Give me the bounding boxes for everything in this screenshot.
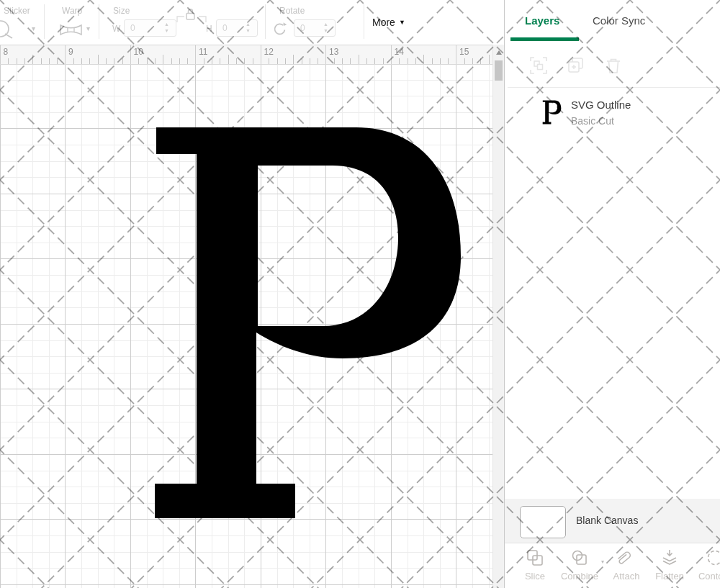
active-tab-underline <box>510 37 579 41</box>
size-section-label: Size <box>113 6 130 16</box>
ruler-number: 14 <box>395 47 404 57</box>
tab-color-sync[interactable]: Color Sync <box>593 14 645 27</box>
height-field-label: H <box>206 24 212 34</box>
slice-button[interactable]: Slice <box>515 548 555 582</box>
ruler-number: 12 <box>264 47 274 57</box>
stepper-up-icon[interactable]: ▲ <box>164 21 169 27</box>
contour-button[interactable]: Contour <box>695 548 720 582</box>
more-caret-icon: ▼ <box>399 19 405 26</box>
warp-dropdown-caret-icon[interactable]: ▾ <box>86 25 90 32</box>
ruler-number: 8 <box>4 47 9 57</box>
duplicate-icon[interactable] <box>567 56 585 75</box>
panel-divider <box>508 87 720 88</box>
flatten-button[interactable]: Flatten <box>649 548 690 582</box>
more-menu-button[interactable]: More ▼ <box>372 17 405 28</box>
ruler-number: 15 <box>459 47 469 57</box>
sticker-tool-icon[interactable] <box>0 19 19 39</box>
canvas-vertical-scrollbar[interactable] <box>492 45 504 588</box>
attach-button[interactable]: Attach <box>606 548 647 582</box>
lock-aspect-icon[interactable] <box>184 7 197 21</box>
rotate-tool-icon[interactable] <box>271 20 289 37</box>
tab-layers[interactable]: Layers <box>525 14 559 27</box>
ruler-number: 13 <box>329 47 338 57</box>
rotate-section-label: Rotate <box>279 6 305 16</box>
stepper-up-icon[interactable]: ▲ <box>246 21 251 27</box>
combine-label: Combine <box>559 571 600 582</box>
width-field-label: W <box>112 24 120 34</box>
ruler-number: 10 <box>134 47 143 57</box>
contour-label: Contour <box>695 571 720 582</box>
delete-icon[interactable] <box>604 56 623 75</box>
scrollbar-thumb[interactable] <box>495 60 503 81</box>
warp-tool-icon[interactable] <box>59 22 84 37</box>
toolbar-divider <box>364 4 364 39</box>
flatten-label: Flatten <box>649 571 690 582</box>
group-icon[interactable] <box>529 56 548 75</box>
layer-title: SVG Outline <box>571 99 631 111</box>
design-app-window: 8 9 10 11 12 13 14 15 Sticker ▾ Warp ▾ S… <box>0 0 720 588</box>
stepper-down-icon[interactable]: ▼ <box>323 27 328 34</box>
more-label: More <box>372 17 395 28</box>
letter-p-shape[interactable] <box>155 127 461 518</box>
blank-canvas-label: Blank Canvas <box>576 515 638 526</box>
edit-toolbar: Sticker ▾ Warp ▾ Size W ▲▼ H ▲▼ Rotate <box>0 0 504 45</box>
toolbar-divider <box>99 4 99 39</box>
ruler-number: 11 <box>199 47 207 57</box>
canvas-letter-object[interactable] <box>0 45 492 588</box>
attach-icon <box>616 548 637 567</box>
stepper-down-icon[interactable]: ▼ <box>164 27 169 34</box>
combine-icon <box>570 548 589 567</box>
combine-caret-icon: ▾ <box>601 558 604 565</box>
warp-section-label: Warp <box>62 6 82 16</box>
scroll-up-arrow-icon[interactable] <box>496 50 502 55</box>
layer-row-svg-outline[interactable]: SVG Outline Basic Cut <box>505 91 720 132</box>
rotate-input[interactable] <box>294 19 336 37</box>
height-input[interactable] <box>216 19 258 37</box>
layer-thumbnail-letter-p <box>542 100 562 125</box>
attach-label: Attach <box>606 571 647 582</box>
contour-icon <box>706 548 720 567</box>
height-stepper[interactable]: ▲▼ <box>246 21 251 34</box>
stepper-down-icon[interactable]: ▼ <box>246 27 251 34</box>
canvas-color-swatch[interactable] <box>520 506 566 538</box>
sticker-dropdown-caret-icon[interactable]: ▾ <box>32 25 35 32</box>
combine-button[interactable]: ▾ Combine <box>559 548 600 582</box>
slice-icon <box>526 548 544 567</box>
stepper-up-icon[interactable]: ▲ <box>323 21 328 27</box>
horizontal-ruler: 8 9 10 11 12 13 14 15 <box>0 45 492 65</box>
ruler-number: 9 <box>68 47 73 57</box>
toolbar-divider <box>265 4 266 39</box>
toolbar-divider <box>44 4 45 39</box>
rotate-stepper[interactable]: ▲▼ <box>323 21 328 34</box>
width-stepper[interactable]: ▲▼ <box>164 21 169 34</box>
layer-actions-bar: Slice ▾ Combine Attach <box>505 543 720 588</box>
layers-panel: Layers Color Sync SVG Outline Basic Cut <box>504 0 720 588</box>
blank-canvas-row[interactable]: Blank Canvas <box>505 499 720 543</box>
layer-subtitle: Basic Cut <box>571 115 614 127</box>
sticker-section-label: Sticker <box>4 6 30 16</box>
slice-label: Slice <box>515 571 555 582</box>
flatten-icon <box>660 548 679 567</box>
